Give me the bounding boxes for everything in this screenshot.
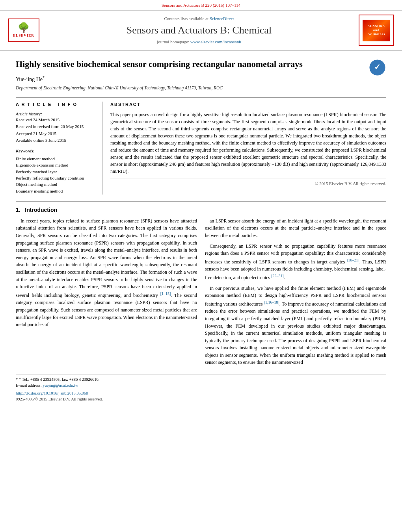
intro-para-3: Consequently, an LSPR sensor with no pro…	[205, 243, 386, 282]
page-wrapper: Sensors and Actuators B 220 (2015) 107–1…	[0, 0, 402, 410]
elsevier-logo: 🌳 ELSEVIER	[8, 19, 39, 42]
affiliation-line: Department of Electronic Engineering, Na…	[16, 85, 386, 91]
main-content: Highly sensitive biochemical sensor comp…	[0, 51, 402, 410]
author-note: *	[43, 75, 45, 80]
journal-title-area: Contents lists available at ScienceDirec…	[39, 16, 359, 45]
homepage-line: journal homepage: www.elsevier.com/locat…	[39, 39, 359, 45]
cite-1-16-18[interactable]: [1,16–18]	[264, 300, 279, 304]
copyright-line: © 2015 Elsevier B.V. All rights reserved…	[110, 178, 386, 187]
intro-col-left: In recent years, topics related to surfa…	[16, 217, 197, 369]
article-info-col: A R T I C L E I N F O Article history: R…	[16, 102, 102, 195]
elsevier-logo-box: 🌳 ELSEVIER	[8, 19, 39, 42]
footnote-email: E-mail address: yuejing@ncut.edu.tw	[16, 383, 386, 389]
keyword-3: Perfectly matched layer	[16, 169, 96, 175]
introduction-section: 1. Introduction In recent years, topics …	[16, 201, 386, 369]
article-title: Highly sensitive biochemical sensor comp…	[16, 59, 386, 70]
keyword-2: Eigenmode expansion method	[16, 162, 96, 168]
elsevier-tree-icon: 🌳	[18, 23, 30, 32]
intro-col-right: an LSPR sensor absorb the energy of an i…	[205, 217, 386, 369]
section-title: Introduction	[25, 207, 57, 213]
author-name: Yue-jing He	[16, 76, 43, 82]
abstract-col: ABSTRACT This paper proposes a novel des…	[110, 102, 386, 195]
accepted-date: Accepted 21 May 2015	[16, 131, 96, 137]
intro-para-1: In recent years, topics related to surfa…	[16, 217, 197, 328]
email-link[interactable]: yuejing@ncut.edu.tw	[43, 383, 78, 387]
journal-name: Sensors and Actuators B: Chemical	[39, 23, 359, 37]
footnote-asterisk: *	[16, 377, 19, 382]
elsevier-label: ELSEVIER	[13, 33, 34, 38]
svg-text:✓: ✓	[374, 63, 381, 71]
intro-heading: 1. Introduction	[16, 206, 386, 214]
section-number: 1.	[16, 207, 20, 213]
keywords-label: Keywords:	[16, 148, 96, 154]
sensors-logo-image: SENSORS andAcTuators	[363, 20, 390, 41]
keyword-4: Perfectly reflecting boundary condition	[16, 175, 96, 181]
cite-1-15[interactable]: [1–15]	[160, 291, 171, 296]
journal-header: 🌳 ELSEVIER Contents lists available at S…	[0, 11, 402, 51]
email-label: E-mail address:	[16, 383, 43, 387]
article-meta-section: A R T I C L E I N F O Article history: R…	[16, 97, 386, 195]
citation-text: Sensors and Actuators B 220 (2015) 107–1…	[162, 3, 240, 7]
footnote-section: * * Tel.: +886 4 23924505; fax: +886 4 2…	[16, 374, 386, 388]
homepage-link[interactable]: www.elsevier.com/locate/snb	[190, 39, 241, 44]
keyword-5: Object meshing method	[16, 182, 96, 187]
issn-line: 0925-4005/© 2015 Elsevier B.V. All right…	[16, 397, 103, 401]
keywords-section: Keywords: Finite element method Eigenmod…	[16, 148, 96, 194]
doi-link[interactable]: http://dx.doi.org/10.1016/j.snb.2015.05.…	[16, 391, 88, 395]
article-title-section: Highly sensitive biochemical sensor comp…	[16, 59, 386, 70]
footnote-contact: * * Tel.: +886 4 23924505; fax: +886 4 2…	[16, 377, 386, 383]
received-revised-date: Received in revised form 20 May 2015	[16, 124, 96, 130]
homepage-prefix: journal homepage:	[157, 39, 190, 44]
available-date: Available online 3 June 2015	[16, 137, 96, 143]
keyword-6: Boundary meshing method	[16, 188, 96, 194]
abstract-heading: ABSTRACT	[110, 102, 386, 108]
sensors-logo-text: SENSORS andAcTuators	[364, 24, 389, 37]
crossmark-icon[interactable]: ✓	[368, 59, 386, 76]
keyword-1: Finite element method	[16, 156, 96, 162]
doi-section: http://dx.doi.org/10.1016/j.snb.2015.05.…	[16, 391, 386, 402]
citation-bar: Sensors and Actuators B 220 (2015) 107–1…	[0, 0, 402, 11]
sensors-actuators-logo: SENSORS andAcTuators	[359, 15, 394, 46]
article-history: Article history: Received 24 March 2015 …	[16, 111, 96, 144]
sciencedirect-link[interactable]: ScienceDirect	[210, 16, 234, 21]
intro-columns: In recent years, topics related to surfa…	[16, 217, 386, 369]
abstract-text: This paper proposes a novel design for a…	[110, 111, 386, 175]
history-label: Article history:	[16, 111, 96, 117]
cite-22-31[interactable]: [22–31]	[271, 274, 284, 278]
contents-prefix: Contents lists available at	[164, 16, 209, 21]
author-line: Yue-jing He*	[16, 75, 386, 83]
contents-line: Contents lists available at ScienceDirec…	[39, 16, 359, 22]
received-date: Received 24 March 2015	[16, 117, 96, 123]
cite-16-21[interactable]: [16–21]	[347, 258, 359, 262]
intro-para-2: an LSPR sensor absorb the energy of an i…	[205, 217, 386, 239]
intro-para-4: In our previous studies, we have applied…	[205, 285, 386, 367]
article-info-heading: A R T I C L E I N F O	[16, 102, 96, 108]
footnote-tel: * Tel.: +886 4 23924505; fax: +886 4 239…	[19, 377, 100, 382]
